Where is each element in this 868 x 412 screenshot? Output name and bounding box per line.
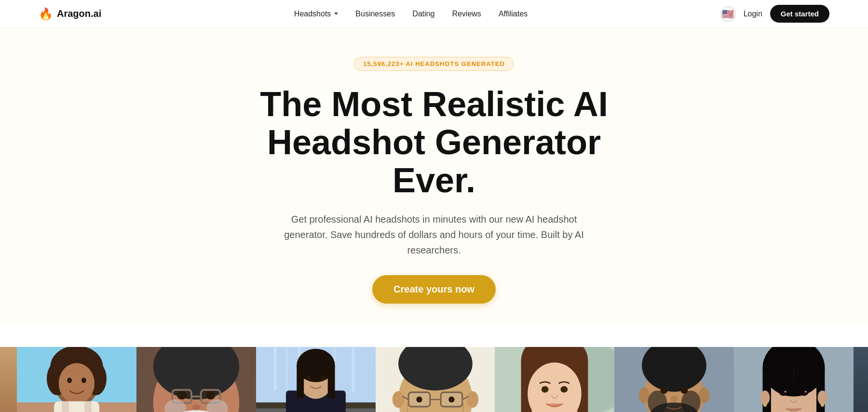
nav-businesses-link[interactable]: Businesses xyxy=(355,10,395,18)
svg-point-110 xyxy=(800,390,808,396)
svg-rect-28 xyxy=(274,347,276,390)
hero-title: The Most Realistic AI Headshot Generator… xyxy=(236,85,632,200)
svg-point-72 xyxy=(561,386,568,393)
svg-rect-33 xyxy=(352,347,354,392)
get-started-button[interactable]: Get started xyxy=(770,5,829,23)
logo-text: Aragon.ai xyxy=(57,8,101,19)
svg-point-50 xyxy=(392,391,404,408)
photo-card xyxy=(136,347,256,412)
svg-point-105 xyxy=(760,390,770,405)
svg-rect-9 xyxy=(54,401,99,412)
svg-point-71 xyxy=(542,386,549,393)
svg-point-57 xyxy=(416,396,422,402)
svg-point-42 xyxy=(321,375,326,380)
svg-point-90 xyxy=(681,387,688,394)
svg-point-108 xyxy=(821,403,824,406)
language-flag-icon[interactable]: 🇺🇸 xyxy=(720,6,736,22)
nav-headshots-link[interactable]: Headshots xyxy=(294,10,339,18)
photo-card xyxy=(17,347,136,412)
photo-card xyxy=(256,347,376,412)
svg-point-8 xyxy=(81,377,86,383)
svg-point-111 xyxy=(785,391,787,393)
svg-rect-11 xyxy=(84,401,92,412)
nav-reviews-link[interactable]: Reviews xyxy=(452,10,481,18)
nav-affiliates-link[interactable]: Affiliates xyxy=(499,10,528,18)
photo-card xyxy=(854,347,868,412)
photo-card xyxy=(0,347,17,412)
logo-link[interactable]: 🔥 Aragon.ai xyxy=(39,7,101,21)
headshots-count-badge: 15,596,223+ AI HEADSHOTS GENERATED xyxy=(354,57,514,71)
svg-rect-29 xyxy=(286,347,288,390)
svg-point-6 xyxy=(59,363,95,403)
svg-point-22 xyxy=(192,404,200,410)
svg-point-106 xyxy=(818,390,827,405)
svg-rect-39 xyxy=(297,365,304,398)
svg-point-41 xyxy=(306,375,311,380)
create-yours-now-button[interactable]: Create yours now xyxy=(372,275,496,304)
svg-point-91 xyxy=(671,396,678,401)
photo-card xyxy=(376,347,495,412)
nav-dating-link[interactable]: Dating xyxy=(412,10,434,18)
hero-subtitle: Get professional AI headshots in minutes… xyxy=(270,212,598,258)
nav-right: 🇺🇸 Login Get started xyxy=(720,5,829,23)
svg-point-17 xyxy=(177,391,187,399)
photo-card: AI GENERATED xyxy=(495,347,614,412)
svg-point-89 xyxy=(661,387,668,394)
svg-point-109 xyxy=(779,390,787,396)
svg-point-51 xyxy=(466,391,478,408)
photo-card: AI GENERATED xyxy=(734,347,854,412)
nav-links: Headshots Businesses Dating Reviews Affi… xyxy=(294,10,528,18)
svg-rect-40 xyxy=(327,365,335,398)
login-link[interactable]: Login xyxy=(744,10,762,18)
svg-point-7 xyxy=(67,377,72,383)
svg-point-58 xyxy=(448,396,454,402)
flame-icon: 🔥 xyxy=(39,7,53,21)
photo-strip: AI GENERATED xyxy=(0,347,868,412)
navbar: 🔥 Aragon.ai Headshots Businesses Dating … xyxy=(0,0,868,28)
svg-point-112 xyxy=(805,391,807,393)
svg-rect-10 xyxy=(62,401,69,412)
chevron-down-icon xyxy=(334,13,338,15)
svg-point-18 xyxy=(206,391,216,399)
svg-point-107 xyxy=(763,403,767,406)
photo-card: AI GENERATED xyxy=(614,347,734,412)
hero-section: 15,596,223+ AI HEADSHOTS GENERATED The M… xyxy=(0,28,868,323)
